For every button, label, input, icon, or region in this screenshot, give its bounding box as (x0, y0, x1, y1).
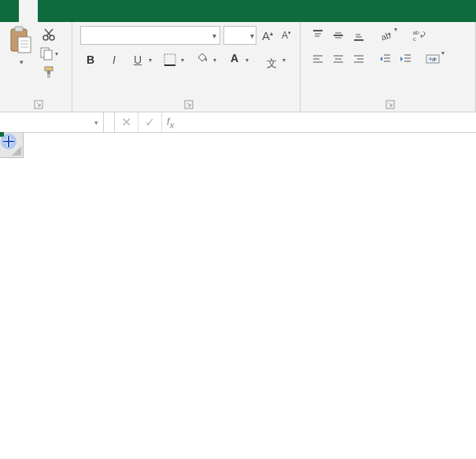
align-middle-button[interactable] (329, 26, 348, 45)
caret-down-icon[interactable]: ▾ (213, 57, 221, 64)
svg-rect-2 (18, 37, 31, 53)
font-color-icon: A (231, 52, 238, 68)
tab-insert[interactable] (38, 0, 57, 22)
caret-down-icon: ▾ (20, 58, 24, 66)
decrease-indent-icon (379, 53, 392, 65)
caret-down-icon: ▾ (209, 31, 220, 40)
formula-input[interactable] (179, 112, 476, 132)
tab-file[interactable] (0, 0, 19, 22)
tab-custom[interactable] (151, 0, 170, 22)
tab-page-layout[interactable] (57, 0, 76, 22)
increase-indent-icon (400, 53, 412, 65)
align-left-button[interactable] (308, 50, 327, 68)
caret-down-icon: ▾ (55, 50, 58, 57)
phonetic-icon: 文 (267, 51, 277, 68)
font-name-input[interactable] (81, 27, 209, 44)
tab-view[interactable] (132, 0, 151, 22)
wrap-text-icon: abc (412, 29, 426, 42)
formula-bar: ▾ ✕ ✓ fx (0, 112, 476, 133)
phonetic-button[interactable]: 文 (261, 50, 282, 70)
worksheet-grid[interactable] (0, 133, 476, 458)
caret-down-icon[interactable]: ▾ (149, 57, 157, 64)
decrease-font-button[interactable]: A▾ (279, 27, 294, 44)
svg-rect-11 (44, 50, 52, 60)
paste-button[interactable]: ▾ (5, 24, 36, 68)
tab-home[interactable] (19, 0, 38, 22)
svg-rect-13 (47, 71, 50, 74)
merge-center-button[interactable]: a (423, 50, 442, 68)
svg-point-7 (50, 35, 54, 40)
fill-color-button[interactable] (192, 50, 212, 70)
svg-rect-1 (15, 27, 23, 31)
select-all-corner[interactable] (0, 133, 24, 158)
check-icon: ✓ (145, 115, 155, 130)
borders-button[interactable] (160, 50, 180, 70)
copy-icon (39, 46, 54, 61)
select-all-icon (12, 146, 21, 156)
tab-formulas[interactable] (76, 0, 94, 22)
font-name-combo[interactable]: ▾ (80, 26, 220, 45)
italic-button[interactable]: I (104, 50, 124, 70)
svg-text:c: c (413, 36, 416, 42)
align-launcher[interactable] (386, 100, 395, 109)
align-right-icon (352, 53, 365, 65)
group-font: ▾ ▾ A▴ A▾ B I U ▾ (72, 22, 301, 112)
caret-down-icon[interactable]: ▾ (394, 26, 402, 45)
decrease-font-icon: A▾ (282, 30, 291, 41)
caret-down-icon: ▾ (248, 31, 256, 40)
svg-text:ab: ab (380, 30, 392, 42)
caret-down-icon: ▾ (94, 119, 98, 127)
caret-down-icon[interactable]: ▾ (181, 57, 189, 64)
scissors-icon (42, 28, 56, 42)
svg-rect-12 (45, 67, 53, 71)
name-box[interactable]: ▾ (0, 112, 104, 132)
group-clipboard: ▾ ▾ (0, 22, 72, 112)
align-middle-icon (332, 29, 345, 42)
insert-function-button[interactable]: fx (162, 112, 179, 132)
cut-button[interactable] (39, 28, 58, 42)
increase-font-button[interactable]: A▴ (260, 27, 275, 44)
orientation-icon: ab (379, 29, 392, 42)
increase-indent-button[interactable] (397, 50, 415, 68)
increase-font-icon: A▴ (262, 29, 273, 42)
fx-icon: fx (167, 116, 174, 130)
align-center-button[interactable] (329, 50, 348, 68)
tab-data[interactable] (94, 0, 113, 22)
align-left-icon (312, 53, 324, 65)
svg-text:a: a (432, 57, 435, 62)
align-top-button[interactable] (308, 26, 327, 45)
enter-formula-button[interactable]: ✓ (138, 112, 162, 132)
orientation-button[interactable]: ab (376, 26, 395, 45)
wrap-text-button[interactable]: abc (410, 26, 429, 45)
cancel-formula-button[interactable]: ✕ (115, 112, 138, 132)
x-icon: ✕ (121, 115, 131, 130)
format-painter-button[interactable] (39, 65, 58, 79)
tab-review[interactable] (113, 0, 132, 22)
font-size-input[interactable] (224, 27, 248, 44)
align-center-icon (332, 53, 345, 65)
svg-point-6 (43, 35, 48, 40)
caret-down-icon[interactable]: ▾ (245, 57, 253, 64)
ribbon-tabs (0, 0, 476, 22)
bucket-icon (196, 52, 208, 68)
caret-down-icon[interactable]: ▾ (441, 50, 449, 68)
paintbrush-icon (42, 65, 56, 79)
font-launcher[interactable] (184, 100, 194, 109)
underline-button[interactable]: U (127, 50, 148, 70)
align-right-button[interactable] (349, 50, 368, 68)
clipboard-launcher[interactable] (34, 100, 43, 109)
align-top-icon (312, 29, 324, 42)
svg-rect-15 (164, 54, 175, 65)
bold-button[interactable]: B (80, 50, 101, 70)
decrease-indent-button[interactable] (376, 50, 395, 68)
caret-down-icon[interactable]: ▾ (282, 57, 290, 64)
copy-button[interactable]: ▾ (39, 46, 58, 61)
font-color-button[interactable]: A (224, 50, 245, 70)
ribbon: ▾ ▾ (0, 22, 476, 112)
clipboard-icon (8, 26, 33, 57)
group-alignment: ab ▾ abc a ▾ (301, 22, 476, 112)
font-size-combo[interactable]: ▾ (223, 26, 256, 45)
align-bottom-icon (352, 29, 365, 42)
align-bottom-button[interactable] (349, 26, 368, 45)
svg-text:ab: ab (413, 30, 419, 35)
